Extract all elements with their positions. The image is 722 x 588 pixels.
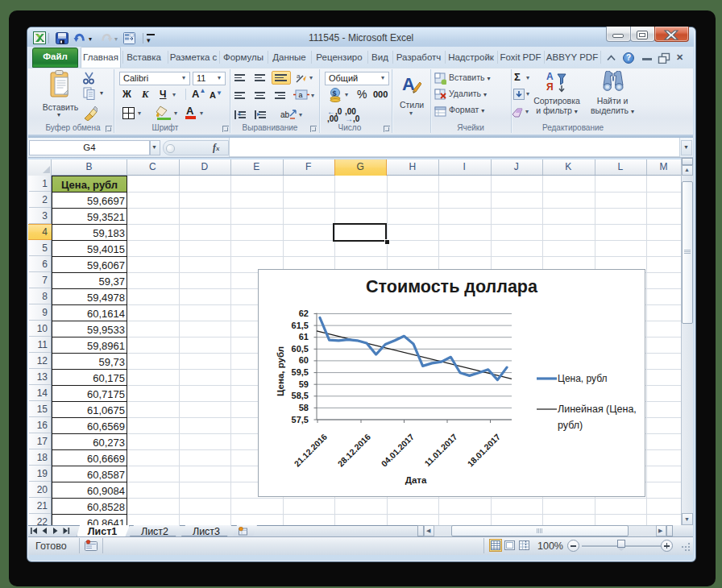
- svg-text:$: $: [333, 89, 337, 97]
- svg-text:А: А: [546, 71, 554, 82]
- svg-text:ab: ab: [280, 110, 290, 119]
- svg-text:a: a: [297, 72, 301, 80]
- svg-text:Я: Я: [546, 81, 554, 93]
- svg-text:a: a: [299, 91, 303, 99]
